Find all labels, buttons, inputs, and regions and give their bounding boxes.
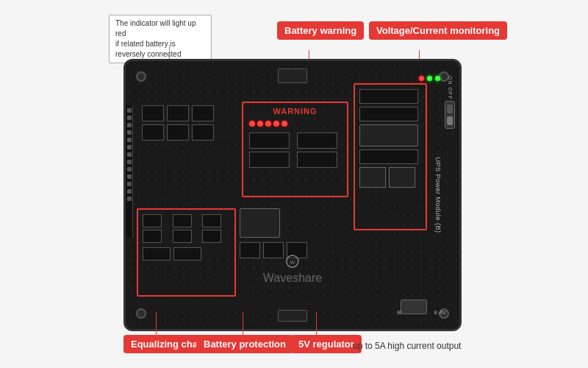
voltage-monitoring-border bbox=[354, 83, 427, 230]
led-indicators bbox=[419, 76, 440, 81]
board-title-vertical: UPS Power Module (B) bbox=[434, 157, 441, 233]
led-green bbox=[427, 76, 432, 81]
voltage-monitoring-label: Voltage/Current monitoring bbox=[369, 21, 507, 40]
top-note-callout: The indicator will light up red if relat… bbox=[109, 15, 212, 63]
battery-protection-line bbox=[243, 312, 243, 336]
5v-regulator-line bbox=[316, 312, 317, 336]
mount-hole-tl bbox=[136, 71, 146, 82]
bottom-right-terminal bbox=[401, 300, 427, 314]
eq-charge-line bbox=[156, 312, 157, 336]
battery-protection-border bbox=[137, 208, 236, 297]
bottom-connector bbox=[278, 310, 307, 322]
waveshare-logo: W Waveshare bbox=[263, 254, 322, 285]
battery-warning-label: Battery warning bbox=[277, 21, 364, 40]
ic-chips-top bbox=[142, 105, 214, 141]
svg-text:W: W bbox=[290, 260, 295, 265]
5v-regulator-label: 5V regulator bbox=[291, 335, 362, 353]
on-off-switch-area: ON OFF bbox=[445, 76, 455, 129]
mount-hole-bl bbox=[136, 308, 146, 319]
led-green2 bbox=[435, 76, 440, 81]
voltage-value-label: 8.4V bbox=[434, 309, 446, 316]
led-red bbox=[419, 76, 424, 81]
warning-internal-label: WARNING bbox=[273, 107, 317, 116]
warning-border: WARNING bbox=[242, 102, 348, 197]
pcb-board: WARNING bbox=[123, 59, 462, 331]
top-note-line2: if related battery is reversely connecte… bbox=[115, 40, 182, 58]
top-note-line1: The indicator will light up red bbox=[115, 19, 196, 38]
battery-protection-label: Battery protection bbox=[196, 335, 293, 353]
left-connector bbox=[126, 105, 133, 238]
main-container: The indicator will light up red if relat… bbox=[0, 0, 588, 368]
top-connector bbox=[278, 68, 307, 83]
high-current-note: up to 5A high current output bbox=[353, 341, 461, 351]
